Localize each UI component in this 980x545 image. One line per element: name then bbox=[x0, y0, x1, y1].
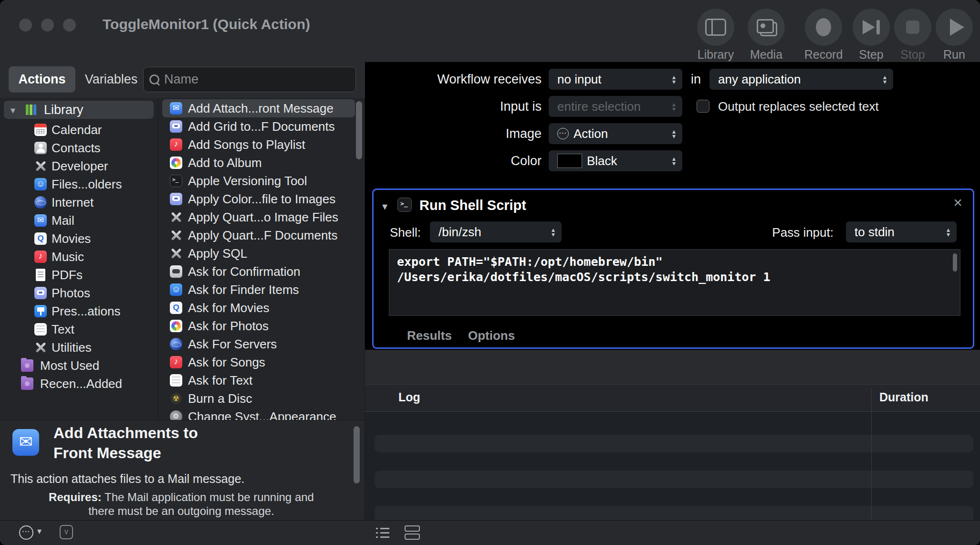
workflow-canvas: Workflow receives no input ▴▾ in any app… bbox=[365, 62, 980, 350]
action-item-ask-finder-items[interactable]: Ask for Finder Items bbox=[158, 281, 365, 299]
in-label: in bbox=[691, 72, 701, 87]
color-swatch bbox=[557, 154, 582, 168]
photos-icon bbox=[170, 320, 182, 332]
action-description-panel: Add Attachments to Front Message This ac… bbox=[0, 420, 365, 520]
sidebar-item-photos[interactable]: Photos bbox=[0, 284, 158, 302]
chevron-down-icon[interactable]: ▾ bbox=[37, 526, 42, 536]
image-select[interactable]: Action ▴▾ bbox=[549, 123, 682, 144]
mail-icon bbox=[170, 102, 182, 115]
disclosure-chevron-icon[interactable]: ▾ bbox=[382, 200, 387, 213]
sidebar-item-contacts[interactable]: Contacts bbox=[0, 139, 158, 157]
minimize-window-button[interactable] bbox=[41, 19, 54, 31]
action-item-label: Ask for Confirmation bbox=[188, 264, 301, 279]
sidebar-item-recently-added[interactable]: Recen...Added bbox=[0, 375, 158, 393]
action-item-add-grid[interactable]: Add Grid to...F Documents bbox=[158, 117, 365, 136]
duration-column-header[interactable]: Duration bbox=[879, 390, 928, 404]
output-replaces-checkbox[interactable] bbox=[697, 100, 709, 113]
action-item-add-songs[interactable]: Add Songs to Playlist bbox=[158, 136, 365, 154]
library-sidebar-icon bbox=[705, 19, 726, 36]
action-item-label: Add to Album bbox=[188, 156, 262, 170]
zoom-window-button[interactable] bbox=[63, 19, 76, 31]
photos-icon bbox=[170, 157, 182, 169]
actions-scrollbar[interactable] bbox=[356, 101, 362, 159]
toolbar-library-button[interactable]: Library bbox=[689, 9, 742, 62]
log-row bbox=[375, 506, 973, 520]
toolbar-media-button[interactable]: Media bbox=[740, 9, 792, 62]
text-icon bbox=[34, 323, 47, 335]
close-window-button[interactable] bbox=[19, 19, 32, 31]
log-column-divider[interactable] bbox=[871, 388, 872, 520]
stepper-icon: ▴▾ bbox=[883, 74, 886, 84]
sidebar-item-text[interactable]: Text bbox=[0, 320, 158, 338]
network-icon bbox=[170, 338, 182, 350]
action-item-label: Ask For Servers bbox=[188, 337, 277, 352]
description-scrollbar[interactable] bbox=[354, 426, 360, 483]
stepper-icon: ▴▾ bbox=[552, 227, 555, 237]
sidebar-item-developer[interactable]: Developer bbox=[0, 157, 158, 175]
sidebar-item-internet[interactable]: Internet bbox=[0, 193, 158, 211]
sidebar-item-most-used[interactable]: Most Used bbox=[0, 356, 158, 375]
log-column-header[interactable]: Log bbox=[398, 390, 420, 404]
color-select[interactable]: Black ▴▾ bbox=[549, 150, 682, 171]
action-item-ask-movies[interactable]: Ask for Movies bbox=[158, 299, 365, 317]
sidebar-item-files-folders[interactable]: Files...olders bbox=[0, 175, 158, 193]
shell-select[interactable]: /bin/zsh ▴▾ bbox=[430, 221, 562, 242]
image-capture-icon bbox=[34, 287, 47, 299]
action-item-ask-songs[interactable]: Ask for Songs bbox=[158, 353, 365, 371]
requires-label: Requires: bbox=[49, 491, 102, 503]
chevron-down-icon[interactable]: ▾ bbox=[10, 105, 15, 116]
tab-options[interactable]: Options bbox=[468, 328, 515, 343]
sidebar-item-utilities[interactable]: Utilities bbox=[0, 338, 158, 356]
action-item-change-system-appearance[interactable]: Change Syst...Appearance bbox=[158, 408, 365, 420]
action-item-apply-sql[interactable]: Apply SQL bbox=[158, 244, 365, 262]
list-view-icon[interactable] bbox=[376, 527, 389, 539]
panel-view-icon[interactable] bbox=[405, 525, 420, 540]
image-value: Action bbox=[573, 126, 668, 141]
sidebar-item-calendar[interactable]: Calendar bbox=[0, 121, 158, 139]
sidebar-item-music[interactable]: Music bbox=[0, 248, 158, 266]
pass-input-select[interactable]: to stdin ▴▾ bbox=[846, 221, 957, 242]
description-title: Add Attachments to bbox=[53, 424, 198, 442]
toolbar-record-button[interactable]: Record bbox=[797, 9, 850, 62]
action-item-label: Add Grid to...F Documents bbox=[188, 119, 335, 134]
finder-icon bbox=[34, 178, 47, 190]
application-select[interactable]: any application ▴▾ bbox=[709, 69, 893, 90]
action-item-ask-servers[interactable]: Ask For Servers bbox=[158, 335, 365, 353]
tab-variables[interactable]: Variables bbox=[80, 66, 142, 93]
titlebar: ToggleMonitor1 (Quick Action) Library Me… bbox=[0, 0, 980, 62]
shell-script-editor[interactable]: export PATH="$PATH:/opt/homebrew/bin" /U… bbox=[389, 249, 960, 316]
sidebar-item-mail[interactable]: Mail bbox=[0, 211, 158, 230]
action-item-add-to-album[interactable]: Add to Album bbox=[158, 154, 365, 172]
quicktime-icon bbox=[34, 232, 47, 245]
variables-toggle-icon[interactable] bbox=[60, 525, 73, 539]
action-item-apply-colorsync[interactable]: Apply Color...file to Images bbox=[158, 190, 365, 208]
action-item-ask-text[interactable]: Ask for Text bbox=[158, 371, 365, 389]
requires-text: there must be an outgoing message. bbox=[88, 504, 274, 517]
action-item-add-attachments[interactable]: Add Attach...ront Message bbox=[158, 99, 365, 117]
toolbar-run-button[interactable]: Run bbox=[928, 9, 980, 62]
action-item-ask-photos[interactable]: Ask for Photos bbox=[158, 317, 365, 335]
action-item-burn-disc[interactable]: Burn a Disc bbox=[158, 389, 365, 408]
action-menu-button[interactable] bbox=[19, 525, 33, 540]
burn-icon bbox=[170, 392, 182, 405]
action-item-label: Change Syst...Appearance bbox=[188, 409, 336, 420]
script-scrollbar[interactable] bbox=[953, 253, 957, 272]
stepper-icon: ▴▾ bbox=[672, 129, 676, 138]
workflow-receives-select[interactable]: no input ▴▾ bbox=[549, 69, 682, 90]
tools-icon bbox=[170, 229, 182, 241]
sidebar-item-label: Pres...ations bbox=[52, 304, 121, 319]
action-item-apply-quartz-images[interactable]: Apply Quart...o Image Files bbox=[158, 208, 365, 226]
tab-results[interactable]: Results bbox=[407, 328, 452, 343]
sidebar-item-pdfs[interactable]: PDFs bbox=[0, 266, 158, 284]
tab-actions[interactable]: Actions bbox=[9, 66, 75, 93]
sidebar-item-movies[interactable]: Movies bbox=[0, 230, 158, 248]
action-item-apple-versioning-tool[interactable]: Apple Versioning Tool bbox=[158, 172, 365, 190]
search-field[interactable] bbox=[143, 67, 356, 92]
sidebar-item-presentations[interactable]: Pres...ations bbox=[0, 302, 158, 320]
sidebar-item-library[interactable]: ▾ Library bbox=[4, 101, 154, 119]
action-item-apply-quartz-pdf[interactable]: Apply Quart...F Documents bbox=[158, 226, 365, 244]
library-books-icon bbox=[25, 104, 37, 116]
search-input[interactable] bbox=[163, 72, 355, 87]
action-item-ask-confirmation[interactable]: Ask for Confirmation bbox=[158, 262, 365, 281]
close-icon[interactable]: × bbox=[953, 195, 962, 210]
